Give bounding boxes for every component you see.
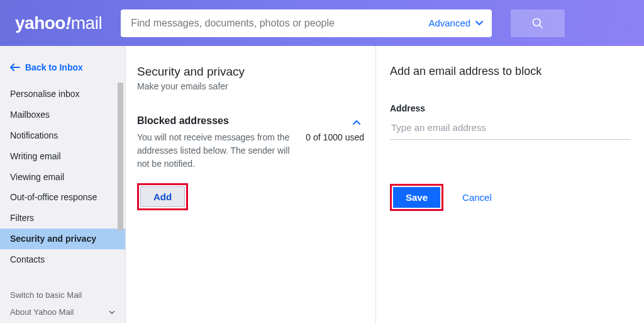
nav-list: Personalise inbox Mailboxes Notification… bbox=[0, 84, 125, 270]
sidebar-item-security-privacy[interactable]: Security and privacy bbox=[0, 229, 125, 249]
form-title: Add an email address to block bbox=[390, 65, 630, 78]
advanced-search-link[interactable]: Advanced bbox=[419, 18, 492, 28]
bottom-label-0: Switch to basic Mail bbox=[10, 290, 82, 300]
sidebar: Back to Inbox Personalise inbox Mailboxe… bbox=[0, 46, 126, 323]
form-panel: Add an email address to block Address Sa… bbox=[376, 46, 644, 323]
sidebar-item-viewing-email[interactable]: Viewing email bbox=[0, 167, 125, 188]
sidebar-item-contacts[interactable]: Contacts bbox=[0, 249, 125, 270]
back-to-inbox-link[interactable]: Back to Inbox bbox=[0, 57, 125, 84]
add-button-highlight: Add bbox=[137, 183, 188, 210]
collapse-toggle[interactable] bbox=[349, 115, 364, 131]
section-subtitle: Make your emails safer bbox=[137, 81, 364, 91]
address-input[interactable] bbox=[390, 118, 630, 140]
chevron-down-icon bbox=[475, 20, 483, 27]
sidebar-item-filters[interactable]: Filters bbox=[0, 208, 125, 229]
search-input[interactable] bbox=[121, 18, 419, 29]
sidebar-bottom: Switch to basic Mail About Yahoo Mail bbox=[0, 286, 125, 320]
sidebar-item-personalise[interactable]: Personalise inbox bbox=[0, 84, 125, 105]
settings-panel: Security and privacy Make your emails sa… bbox=[126, 46, 376, 323]
blocked-addresses-header: Blocked addresses bbox=[137, 115, 364, 131]
scrollbar-track[interactable] bbox=[116, 82, 125, 284]
scrollbar-thumb[interactable] bbox=[118, 82, 123, 230]
address-label: Address bbox=[390, 103, 630, 113]
chevron-up-icon bbox=[353, 119, 360, 127]
search-icon bbox=[531, 17, 544, 30]
sidebar-item-out-of-office[interactable]: Out-of-office response bbox=[0, 187, 125, 208]
sidebar-item-mailboxes[interactable]: Mailboxes bbox=[0, 105, 125, 125]
back-label: Back to Inbox bbox=[25, 62, 83, 72]
advanced-label: Advanced bbox=[428, 18, 470, 28]
save-button[interactable]: Save bbox=[393, 187, 440, 208]
chevron-down-icon bbox=[109, 309, 115, 315]
logo-exclaim: ! bbox=[65, 13, 71, 33]
content-body: Back to Inbox Personalise inbox Mailboxe… bbox=[0, 46, 644, 323]
logo: yahoo!mail bbox=[15, 13, 102, 33]
bottom-label-1: About Yahoo Mail bbox=[10, 307, 74, 317]
sidebar-item-writing-email[interactable]: Writing email bbox=[0, 146, 125, 167]
switch-basic-mail-link[interactable]: Switch to basic Mail bbox=[0, 286, 125, 303]
blocked-addresses-desc: You will not receive messages from the a… bbox=[137, 131, 291, 171]
about-yahoo-mail-link[interactable]: About Yahoo Mail bbox=[0, 303, 125, 320]
form-actions: Save Cancel bbox=[390, 184, 630, 211]
cancel-link[interactable]: Cancel bbox=[462, 192, 492, 203]
logo-mail: mail bbox=[71, 13, 102, 33]
blocked-addresses-row: You will not receive messages from the a… bbox=[137, 131, 364, 171]
arrow-left-icon bbox=[10, 64, 20, 71]
blocked-addresses-title: Blocked addresses bbox=[137, 115, 229, 127]
section-title: Security and privacy bbox=[137, 65, 364, 79]
search-button[interactable] bbox=[511, 9, 565, 37]
svg-line-1 bbox=[540, 25, 543, 28]
search-bar: Advanced bbox=[121, 9, 492, 37]
svg-point-0 bbox=[533, 18, 541, 26]
app-header: yahoo!mail Advanced bbox=[0, 0, 644, 46]
blocked-count: 0 of 1000 used bbox=[306, 131, 364, 142]
add-button[interactable]: Add bbox=[140, 186, 185, 207]
save-button-highlight: Save bbox=[390, 184, 443, 211]
sidebar-item-notifications[interactable]: Notifications bbox=[0, 125, 125, 146]
logo-text: yahoo bbox=[15, 13, 65, 33]
